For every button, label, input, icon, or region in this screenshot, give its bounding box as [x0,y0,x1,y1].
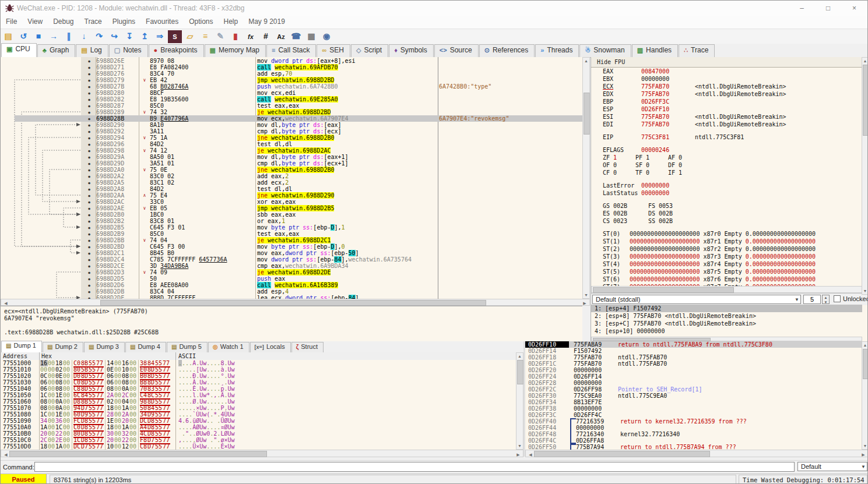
stack-row[interactable]: 0D26FF2800000000 [525,380,862,386]
dump-row[interactable]: 775510501C001E006C8455772A002C00C48C5577… [1,392,516,398]
disassembly-panel[interactable]: ●6988D26E8970 08mov dword ptr ds:[eax+8]… [1,57,582,299]
dump-row[interactable]: 7755103006000800C08D557706000800B88D5577… [1,379,516,386]
step-into-icon[interactable]: ↓ [77,30,91,43]
tab-struct[interactable]: ζStruct [291,342,324,352]
register-row[interactable]: LastStatus00000000 [603,189,862,197]
stack-vscrollbar[interactable]: ▲ ▼ [862,341,868,450]
dump-row[interactable]: 775510801C001E0060D9557728002A0034D95577… [1,411,516,418]
disasm-row[interactable]: ●6988D2AE∨EB 05jmp wechatwin.6988D2B5 [1,205,582,211]
st-register-row[interactable]: ST(4)00000000000000000000 x87r4 Empty 0.… [603,260,862,268]
register-row[interactable]: EAX00847000 [603,68,862,75]
st-register-row[interactable]: ST(3)00000000000000000000 x87r3 Empty 0.… [603,253,862,260]
breakpoint-dot[interactable]: ● [82,64,96,70]
stack-row[interactable]: 0D26FF240D26FF14 [525,373,862,380]
disasm-row[interactable]: ●6988D2DB83C4 04add esp,4 [1,288,582,295]
breakpoint-dot[interactable]: ● [82,135,96,141]
breakpoint-dot[interactable]: ● [82,237,96,243]
attach-icon[interactable]: ✎ [213,30,227,43]
disasm-row[interactable]: ●6988D28BB9 E407796Amov ecx,wechatwin.6A… [1,115,582,122]
disasm-row[interactable]: ●6988D29684D2test dl,dl [1,141,582,147]
dump-row[interactable]: 7755100016001800C08B55771400160038845577… [1,360,516,366]
tab-dump-5[interactable]: ▤Dump 5 [167,342,208,352]
disasm-row[interactable]: ●6988D2D6E8 AEE08A00call wechatwin.6A16B… [1,282,582,288]
tab-dump-4[interactable]: ▤Dump 4 [125,342,166,352]
breakpoint-dot[interactable]: ● [82,167,96,173]
tab-locals[interactable]: [x=]Locals [250,342,291,352]
disassembly-hscrollbar[interactable]: ◀ ▶ [1,299,590,306]
stack-row[interactable]: 0D26FF4877216340kernel32.77216340 [525,431,862,437]
dump-row[interactable]: 7755109034003600FCD855771E002000DCD85577… [1,418,516,424]
registers-list[interactable]: EAX00847000EBX00000000ECX775FAB70<ntdll.… [591,68,862,286]
open-file-icon[interactable]: ▤ [1,30,15,43]
tab-dump-3[interactable]: ▤Dump 3 [84,342,125,352]
breakpoint-dot[interactable]: ● [82,275,96,282]
tab-handles[interactable]: ▥Handles [632,44,678,57]
stack-row[interactable]: 0D26FF10775FABA9return to ntdll.775FABA9… [525,341,862,348]
disasm-row[interactable]: ●6988D2A583C1 02add ecx,2 [1,179,582,186]
tab-memory-map[interactable]: ▦Memory Map [205,44,266,57]
run-to-user-code-icon[interactable]: ⇒ [153,30,167,43]
disasm-row[interactable]: ●6988D26E8970 08mov dword ptr ds:[eax+8]… [1,58,582,64]
register-row[interactable]: EDI775FAB70<ntdll.DbgUiRemoteBreakin> [603,121,862,128]
tab-watch-1[interactable]: ◎Watch 1 [208,342,249,352]
argument-row[interactable]: 2: [esp+8] 775FAB70 <ntdll.DbgUiRemoteBr… [591,312,862,320]
dump-row[interactable]: 7755107008000A0094D7557718001A0050845577… [1,405,516,411]
breakpoint-dot[interactable]: ● [82,128,96,135]
breakpoint-dot[interactable]: ● [82,115,96,122]
tab-snowman[interactable]: ☃Snowman [579,44,631,57]
dump-row[interactable]: 7755101000000200805B55770E001000E08D5577… [1,366,516,373]
disasm-row[interactable]: ●6988D2A884D2test dl,dl [1,186,582,192]
menu-trace[interactable]: Trace [79,16,107,27]
hex-dump[interactable]: 7755100016001800C08B55771400160038845577… [1,360,516,450]
disasm-row[interactable]: ●6988D2D3∨74 09je wechatwin.6988D2DE [1,269,582,275]
run-icon[interactable]: → [47,30,61,43]
help-icon[interactable]: ◉ [319,30,333,43]
disasm-row[interactable]: ●6988D2B5C645 F3 01mov byte ptr ss:[ebp-… [1,224,582,231]
command-profile-select[interactable]: Default▼ [797,462,867,471]
disasm-row[interactable]: ●6988D28785C0test eax,eax [1,103,582,109]
breakpoint-dot[interactable]: ● [82,250,96,256]
stack-row[interactable]: 0D26FF50775B7A94return to ntdll.775B7A94… [525,444,862,450]
disasm-row[interactable]: ●6988D279∨EB 42jmp wechatwin.6988D2BD [1,77,582,83]
stack-row[interactable]: 0D26FF30775C9EA0ntdll.775C9EA0 [525,393,862,399]
register-row[interactable]: ESP0D26FF10 [603,105,862,113]
stack-row[interactable]: 0D26FF2C0D26FF98Pointer to SEH_Record[1] [525,386,862,393]
disasm-row[interactable]: ●6988D2A283C0 02add eax,2 [1,173,582,179]
stack-row[interactable]: 0D26FF4C0D26FFA8 [525,437,862,444]
menu-view[interactable]: View [22,16,48,27]
breakpoint-dot[interactable]: ● [82,77,96,83]
hash-icon[interactable]: # [259,30,273,43]
menu-may-9-2019[interactable]: May 9 2019 [243,16,290,27]
stack-row[interactable]: 0D26FF3C0D26FF4C [525,412,862,418]
breakpoint-dot[interactable]: ● [82,83,96,90]
breakpoint-dot[interactable]: ● [82,218,96,224]
st-register-row[interactable]: ST(5)00000000000000000000 x87r5 Empty 0.… [603,268,862,275]
stop-icon[interactable]: ■ [31,30,45,43]
disasm-row[interactable]: ●6988D271E8 FA082400call wechatwin.69AFD… [1,64,582,70]
tab-breakpoints[interactable]: ●Breakpoints [149,44,204,57]
disasm-row[interactable]: ●6988D27683C4 70add esp,70 [1,70,582,77]
patches-icon[interactable]: ▱ [183,30,197,43]
menu-options[interactable]: Options [184,16,218,27]
tab-graph[interactable]: ♣Graph [37,44,76,57]
tab-script[interactable]: ◇Script [351,44,388,57]
dump-hscrollbar[interactable]: ◀ ▶ [1,450,523,457]
breakpoint-dot[interactable]: ● [82,122,96,128]
menu-help[interactable]: Help [219,16,244,27]
register-row[interactable]: CS 0023SS 002B [603,217,862,225]
breakpoint-dot[interactable]: ● [82,90,96,96]
tab-trace[interactable]: ∴Trace [679,44,715,57]
breakpoint-dot[interactable]: ● [82,154,96,160]
breakpoint-dot[interactable]: ● [82,243,96,250]
dump-row[interactable]: 775510200C000E00D08D557706000800B08D5577… [1,373,516,379]
register-row[interactable]: ES 002BDS 002B [603,210,862,217]
tab-symbols[interactable]: ♦Symbols [389,44,434,57]
tab-seh[interactable]: ∞SEH [317,44,350,57]
register-row[interactable]: EBP0D26FF3C [603,98,862,105]
phone-icon[interactable]: ☎ [289,30,303,43]
restart-icon[interactable]: ↺ [16,30,30,43]
dump-row[interactable]: 775510B02000220080D85577300032004CD85577… [1,430,516,437]
argument-row[interactable]: 3: [esp+C] 775FAB70 <ntdll.DbgUiRemoteBr… [591,320,862,327]
stack-row[interactable]: 0D26FF348B13EF7E [525,399,862,405]
step-over-icon[interactable]: ↷ [92,30,106,43]
